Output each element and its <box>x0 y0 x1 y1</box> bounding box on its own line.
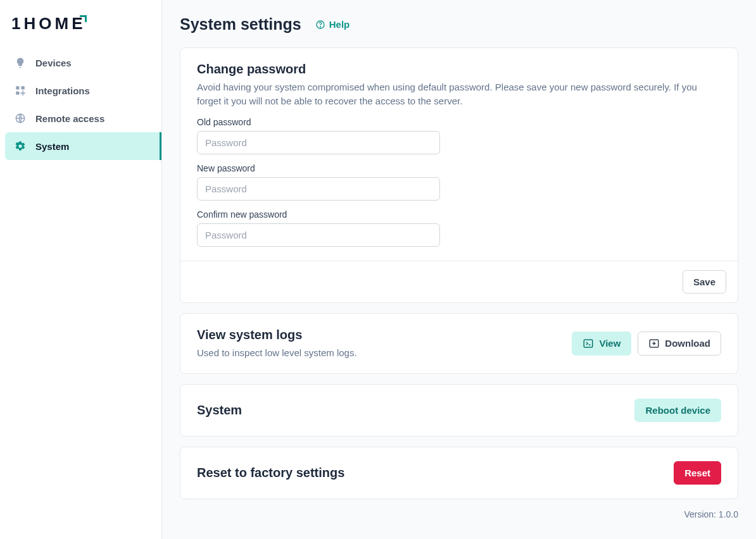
save-button[interactable]: Save <box>683 270 726 294</box>
svg-rect-0 <box>16 86 19 89</box>
lightbulb-icon <box>14 56 27 69</box>
change-password-title: Change password <box>197 62 721 77</box>
confirm-password-label: Confirm new password <box>197 209 721 220</box>
new-password-label: New password <box>197 163 721 173</box>
system-logs-description: Used to inspect low level system logs. <box>197 346 357 360</box>
old-password-label: Old password <box>197 117 721 127</box>
brand-logo: 1HOME <box>5 11 161 49</box>
confirm-password-input[interactable] <box>197 223 440 247</box>
sidebar-item-devices[interactable]: Devices <box>5 49 161 77</box>
help-link[interactable]: Help <box>315 19 350 30</box>
old-password-input[interactable] <box>197 131 440 154</box>
download-icon <box>648 338 660 349</box>
system-logs-title: View system logs <box>197 328 357 342</box>
sidebar-item-label: System <box>35 141 69 152</box>
reboot-device-button[interactable]: Reboot device <box>634 399 721 422</box>
change-password-description: Avoid having your system compromised whe… <box>197 80 721 108</box>
sidebar-item-integrations[interactable]: Integrations <box>5 77 161 104</box>
globe-icon <box>14 112 27 125</box>
sidebar: 1HOME Devices Integrations Remote access… <box>0 0 162 539</box>
version-text: Version: 1.0.0 <box>180 509 738 519</box>
sidebar-item-label: Integrations <box>35 85 90 96</box>
download-logs-button[interactable]: Download <box>638 331 721 356</box>
download-logs-label: Download <box>665 338 710 349</box>
page-header: System settings Help <box>180 15 738 34</box>
sidebar-item-label: Devices <box>35 58 72 68</box>
svg-rect-2 <box>16 92 19 95</box>
reset-card: Reset to factory settings Reset <box>180 447 738 499</box>
terminal-icon <box>583 338 594 349</box>
reset-button[interactable]: Reset <box>674 461 721 485</box>
reset-title: Reset to factory settings <box>197 466 344 480</box>
system-title: System <box>197 403 242 418</box>
change-password-card: Change password Avoid having your system… <box>180 47 738 303</box>
sidebar-item-label: Remote access <box>35 113 104 124</box>
new-password-input[interactable] <box>197 177 440 201</box>
view-logs-label: View <box>599 338 621 349</box>
grid-plus-icon <box>14 84 27 97</box>
gear-icon <box>14 140 27 152</box>
help-icon <box>315 20 325 30</box>
system-card: System Reboot device <box>180 384 738 437</box>
sidebar-item-system[interactable]: System <box>5 132 161 160</box>
view-logs-button[interactable]: View <box>572 331 631 356</box>
svg-point-5 <box>320 26 320 27</box>
help-label: Help <box>329 19 350 30</box>
main-content: System settings Help Change password Avo… <box>162 0 756 539</box>
system-logs-card: View system logs Used to inspect low lev… <box>180 313 738 375</box>
sidebar-item-remote-access[interactable]: Remote access <box>5 104 161 132</box>
svg-rect-1 <box>22 86 25 89</box>
page-title: System settings <box>180 15 301 34</box>
